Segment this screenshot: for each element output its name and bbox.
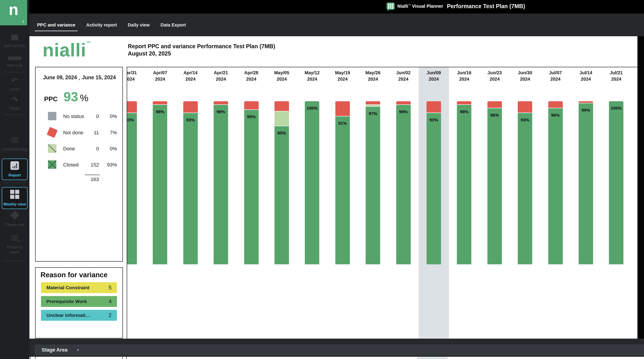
- report-chart-icon: [10, 161, 19, 170]
- tab-daily-view[interactable]: Daily view: [127, 22, 151, 28]
- sidebar-item-phase-to-week[interactable]: Phase to week: [0, 236, 30, 255]
- bar-segment-done: [274, 111, 289, 126]
- sidebar-item-add-activity[interactable]: Add activity: [0, 35, 30, 48]
- column-date-label: May/192024: [328, 70, 358, 82]
- chart-column-jul-07[interactable]: Jul/07202496%: [540, 67, 571, 339]
- bar-percentage-label: 85%: [274, 126, 289, 136]
- week-summary-panel: June 09, 2024 - June 15, 2024 PPC 93 % N…: [35, 67, 123, 262]
- column-date-label: Jul/212024: [601, 70, 631, 82]
- bar-percentage-label: 93%: [127, 113, 137, 123]
- bar-percentage-label: 96%: [488, 108, 502, 118]
- sidebar-item-constraint-log[interactable]: Constraint log: [0, 138, 30, 152]
- report-heading: Report PPC and variance Performance Test…: [128, 43, 275, 57]
- bar-percentage-label: 96%: [548, 108, 563, 118]
- chart-column-apr-28[interactable]: Apr/28202495%: [236, 67, 266, 339]
- top-bar: Nialli™Visual Planner Performance Test P…: [30, 0, 644, 14]
- bar-percentage-label: 93%: [426, 113, 441, 123]
- sidebar-divider: [4, 261, 26, 261]
- column-date-label: Apr/282024: [236, 70, 266, 82]
- chart-column-mar-31[interactable]: Mar/31202493%: [127, 67, 145, 339]
- chart-column-jun-02[interactable]: Jun/02202498%: [388, 67, 418, 339]
- bar-segment-closed: 99%: [578, 103, 593, 264]
- bar-segment-not-done: [457, 101, 471, 104]
- chart-column-jun-09[interactable]: Jun/09202493%: [418, 67, 449, 339]
- sidebar-item-weekly-view[interactable]: Weekly view: [2, 187, 28, 209]
- plan-title: Performance Test Plan (7MB): [447, 3, 525, 10]
- stacked-bar: 96%: [488, 101, 502, 264]
- stacked-bar: 96%: [548, 101, 563, 264]
- weekly-view-grid-icon: [10, 190, 19, 199]
- variance-reason-list: Material Constraint5Prerequisite Work4Un…: [41, 282, 117, 324]
- bar-segment-not-done: [153, 101, 167, 104]
- bar-percentage-label: 97%: [366, 107, 380, 116]
- chevron-down-icon[interactable]: ▾: [77, 348, 79, 352]
- legend-row-no-status: No status 0 0%: [48, 112, 116, 121]
- done-swatch-icon: [48, 144, 56, 153]
- sidebar-item-report[interactable]: Report: [2, 159, 28, 180]
- chart-column-apr-07[interactable]: Apr/07202498%: [145, 67, 175, 339]
- chart-column-jun-16[interactable]: Jun/16202498%: [449, 67, 479, 339]
- chart-column-apr-14[interactable]: Apr/14202493%: [175, 67, 206, 339]
- bar-segment-not-done: [214, 101, 228, 104]
- bar-segment-not-done: [274, 101, 289, 111]
- chart-column-apr-21[interactable]: Apr/21202498%: [206, 67, 236, 339]
- chart-column-may-12[interactable]: May/122024100%: [297, 67, 327, 339]
- stacked-bar: 93%: [426, 101, 441, 264]
- tab-ppc-and-variance[interactable]: PPC and variance: [36, 22, 76, 28]
- panel-border-mark: [35, 357, 36, 359]
- bar-percentage-label: 93%: [518, 113, 532, 123]
- bar-segment-closed: 95%: [244, 109, 259, 264]
- lane-selector[interactable]: Stage Area ▾: [34, 344, 644, 355]
- stacked-bar: 93%: [127, 101, 137, 264]
- legend-row-closed: Closed 152 93%: [48, 160, 116, 170]
- sidebar-divider: [4, 114, 26, 115]
- column-date-label: Jun/022024: [388, 70, 418, 82]
- chart-column-may-05[interactable]: May/05202485%: [266, 67, 297, 339]
- sidebar-item-phase-pull[interactable]: Phase pull: [0, 211, 30, 227]
- reason-label: Material Constraint: [46, 285, 90, 290]
- chart-column-may-19[interactable]: May/19202491%: [328, 67, 358, 339]
- nialli-home-tile[interactable]: n ›: [0, 0, 27, 25]
- report-title: Report PPC and variance Performance Test…: [128, 43, 275, 50]
- variance-title: Reason for variance: [40, 271, 108, 279]
- tab-activity-report[interactable]: Activity report: [85, 22, 118, 28]
- variance-reason-unclear-informati: Unclear Informati…2: [41, 310, 117, 321]
- legend-row-done: Done 0 0%: [48, 144, 116, 154]
- brand-name: Nialli™Visual Planner: [397, 4, 443, 9]
- bar-segment-closed: 96%: [488, 108, 502, 264]
- reason-for-variance-panel: Reason for variance Material Constraint5…: [35, 267, 123, 338]
- sidebar-item-add-lane[interactable]: Add lane: [0, 57, 30, 68]
- bar-percentage-label: 98%: [214, 105, 228, 114]
- column-date-label: Jul/142024: [571, 70, 601, 82]
- chart-column-jun-23[interactable]: Jun/23202496%: [480, 67, 510, 339]
- bar-segment-not-done: [335, 101, 350, 116]
- app-window: n › Add activity Add lane ↶ Undo ↷ Redo …: [0, 0, 644, 359]
- stacked-bar: 98%: [396, 101, 411, 264]
- expand-sidebar-chevron-icon[interactable]: ›: [22, 17, 24, 25]
- reason-label: Unclear Informati…: [46, 312, 90, 318]
- stacked-bar: 85%: [274, 101, 289, 264]
- chart-column-jul-14[interactable]: Jul/14202499%: [571, 67, 601, 339]
- tab-data-export[interactable]: Data Export: [160, 22, 187, 28]
- chart-column-may-26[interactable]: May/26202497%: [358, 67, 388, 339]
- bar-percentage-label: 98%: [457, 105, 471, 114]
- bar-segment-closed: 93%: [426, 113, 441, 264]
- panel-border-mark: [30, 357, 30, 359]
- chart-column-jun-30[interactable]: Jun/30202493%: [510, 67, 540, 339]
- chart-column-jul-21[interactable]: Jul/212024100%: [601, 67, 631, 339]
- bar-percentage-label: 98%: [153, 105, 167, 114]
- bar-percentage-label: 93%: [183, 113, 198, 123]
- stacked-bar: 98%: [214, 101, 228, 264]
- bar-percentage-label: 91%: [335, 116, 350, 126]
- column-date-label: May/262024: [358, 70, 388, 82]
- right-edge-strip: [638, 36, 644, 339]
- column-date-label: Jun/162024: [449, 70, 479, 82]
- bar-segment-not-done: [578, 101, 593, 103]
- column-date-label: Jun/302024: [510, 70, 540, 82]
- sidebar-item-redo[interactable]: ↷ Redo: [0, 96, 30, 111]
- bar-segment-not-done: [127, 101, 137, 113]
- bar-segment-closed: 93%: [518, 113, 532, 264]
- column-date-label: Jun/232024: [480, 70, 510, 82]
- reason-count: 2: [108, 312, 112, 318]
- sidebar-item-undo[interactable]: ↶ Undo: [0, 77, 30, 92]
